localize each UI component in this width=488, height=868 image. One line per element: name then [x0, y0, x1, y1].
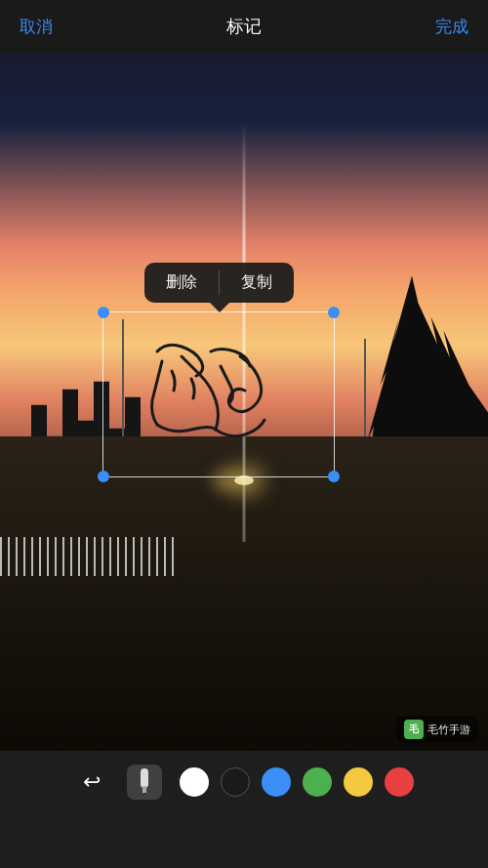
- svg-marker-2: [142, 793, 146, 796]
- watermark-text: 毛竹手游: [427, 723, 470, 737]
- image-area: 删除 复制: [0, 53, 488, 751]
- pen-tool-button[interactable]: [127, 765, 162, 800]
- selection-box[interactable]: [102, 311, 335, 477]
- signature-area: [103, 312, 334, 476]
- cancel-button[interactable]: 取消: [20, 16, 53, 38]
- undo-button[interactable]: ↩: [74, 765, 109, 800]
- page-title: 标记: [226, 15, 262, 38]
- done-button[interactable]: 完成: [435, 16, 468, 38]
- color-black[interactable]: [221, 767, 250, 797]
- watermark: 毛 毛竹手游: [396, 716, 478, 743]
- color-blue[interactable]: [262, 767, 291, 797]
- svg-rect-1: [142, 786, 146, 794]
- svg-rect-0: [141, 768, 148, 788]
- watermark-logo: 毛: [404, 720, 424, 739]
- undo-icon: ↩: [83, 769, 101, 795]
- color-red[interactable]: [385, 767, 414, 797]
- tool-row: ↩: [74, 765, 414, 800]
- street-light-right: [364, 339, 366, 436]
- color-green[interactable]: [303, 767, 332, 797]
- pen-icon: [134, 768, 155, 796]
- top-bar: 取消 标记 完成: [0, 0, 488, 53]
- context-menu: 删除 复制: [144, 263, 294, 303]
- color-swatches: [180, 767, 414, 797]
- delete-menu-item[interactable]: 删除: [144, 263, 219, 303]
- signature-svg: [103, 312, 336, 478]
- bottom-toolbar: ↩: [0, 751, 488, 868]
- copy-menu-item[interactable]: 复制: [220, 263, 294, 303]
- color-yellow[interactable]: [344, 767, 373, 797]
- color-white[interactable]: [180, 767, 209, 797]
- fence: [0, 537, 176, 576]
